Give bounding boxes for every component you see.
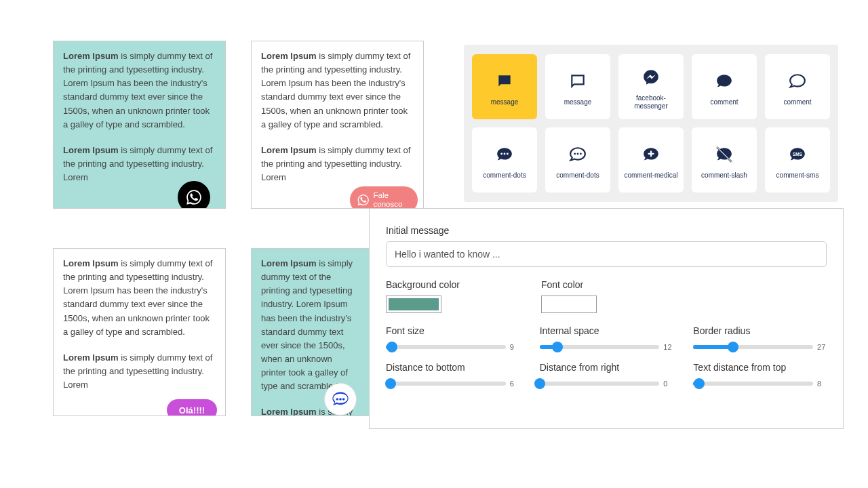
- slider-value: 8: [817, 380, 827, 388]
- slider-value: 9: [510, 343, 519, 351]
- preview-widget-1: Lorem Ipsum is simply dummy text of the …: [53, 41, 226, 209]
- message-icon: [494, 71, 515, 92]
- message-outline-icon: [568, 71, 588, 92]
- icon-tile-facebook-messenger[interactable]: facebook-messenger: [618, 54, 684, 119]
- initial-message-label: Initial message: [386, 225, 827, 236]
- icon-label: comment-slash: [700, 171, 749, 180]
- svg-point-2: [507, 153, 509, 155]
- svg-point-1: [504, 153, 506, 155]
- icon-label: message: [490, 98, 520, 106]
- lorem-bold: Lorem Ipsum: [63, 51, 119, 61]
- icon-label: comment-sms: [775, 171, 821, 180]
- icon-tile-comment-dots-outline[interactable]: comment-dots: [545, 127, 610, 192]
- slider-label: Border radius: [693, 325, 827, 336]
- facebook-messenger-icon: [641, 67, 661, 87]
- icon-tile-comment-slash[interactable]: comment-slash: [692, 127, 757, 192]
- comment-dots-outline-icon: [568, 144, 588, 165]
- comment-slash-icon: [714, 144, 734, 165]
- icon-tile-comment-medical[interactable]: comment-medical: [618, 127, 684, 192]
- svg-point-0: [500, 153, 502, 155]
- comment-icon: [714, 71, 734, 92]
- svg-point-3: [574, 153, 576, 155]
- lorem-text: is simply dummy text of the printing and…: [261, 51, 410, 129]
- preview-widget-3: Lorem Ipsum is simply dummy text of the …: [53, 248, 226, 416]
- icon-tile-comment[interactable]: comment: [692, 54, 757, 119]
- slider-value: 12: [663, 343, 673, 351]
- slider-value: 27: [817, 343, 827, 351]
- slider-label: Internal space: [540, 325, 673, 336]
- lorem-bold: Lorem Ipsum: [261, 145, 317, 155]
- slider-value: 0: [663, 380, 673, 388]
- slider-distance-right[interactable]: Distance from right 0: [540, 362, 673, 388]
- slider-label: Distance from right: [540, 362, 673, 373]
- whatsapp-icon: [185, 188, 203, 206]
- preview-widget-2: Lorem Ipsum is simply dummy text of the …: [251, 41, 424, 209]
- lorem-bold: Lorem Ipsum: [261, 258, 317, 268]
- slider-value: 6: [510, 380, 519, 388]
- slider-label: Distance to bottom: [386, 362, 519, 373]
- icon-label: comment-medical: [623, 171, 679, 180]
- icon-label: message: [563, 98, 593, 106]
- preview-widget-4: Lorem Ipsum is simply dummy text of the …: [251, 248, 370, 416]
- slider-text-distance-top[interactable]: Text distance from top 8: [693, 362, 827, 388]
- svg-point-4: [577, 153, 579, 155]
- initial-message-input[interactable]: [386, 241, 827, 267]
- background-color-swatch[interactable]: [386, 296, 441, 313]
- icon-label: facebook-messenger: [618, 94, 684, 110]
- icon-tile-comment-sms[interactable]: SMScomment-sms: [765, 127, 830, 192]
- icon-label: comment: [782, 98, 812, 106]
- float-button-label: Olá!!!!: [179, 405, 205, 415]
- slider-font-size[interactable]: Font size 9: [386, 325, 519, 351]
- float-button-label: Fale conosco: [373, 191, 411, 208]
- lorem-text: is simply dummy text of the printing and…: [63, 258, 212, 337]
- float-button-comment-dots[interactable]: [324, 383, 357, 415]
- float-button-whatsapp-black[interactable]: [178, 181, 210, 209]
- whatsapp-icon: [357, 192, 370, 208]
- lorem-bold: Lorem Ipsum: [261, 407, 317, 415]
- comment-outline-icon: [787, 71, 808, 92]
- font-color-label: Font color: [541, 279, 597, 290]
- lorem-text: is simply dummy text of the printing and…: [261, 258, 353, 391]
- svg-text:SMS: SMS: [793, 152, 803, 157]
- font-color-inner: [544, 298, 594, 310]
- icon-tile-message-outline[interactable]: message: [545, 54, 610, 119]
- comment-sms-icon: SMS: [787, 144, 808, 165]
- font-color-swatch[interactable]: [541, 296, 597, 313]
- lorem-bold: Lorem Ipsum: [63, 145, 119, 155]
- icon-label: comment-dots: [555, 171, 600, 180]
- settings-panel[interactable]: Initial message Background color Font co…: [369, 208, 844, 429]
- preview-content[interactable]: Lorem Ipsum is simply dummy text of the …: [252, 41, 423, 208]
- icon-tile-comment-dots[interactable]: comment-dots: [472, 127, 537, 192]
- icon-picker: messagemessagefacebook-messengercommentc…: [464, 45, 838, 202]
- float-button-ola[interactable]: Olá!!!!: [167, 399, 217, 416]
- lorem-bold: Lorem Ipsum: [63, 258, 119, 268]
- lorem-bold: Lorem Ipsum: [261, 51, 317, 61]
- background-color-inner: [389, 298, 439, 310]
- slider-border-radius[interactable]: Border radius 27: [693, 325, 827, 351]
- slider-internal-space[interactable]: Internal space 12: [540, 325, 673, 351]
- lorem-bold: Lorem Ipsum: [63, 352, 119, 363]
- icon-tile-message[interactable]: message: [472, 54, 537, 119]
- svg-point-5: [580, 153, 582, 155]
- background-color-label: Background color: [386, 279, 460, 290]
- comment-dots-icon: [331, 390, 350, 409]
- comment-dots-icon: [494, 144, 515, 165]
- lorem-text: is simply dummy text of the printing and…: [63, 51, 212, 129]
- icon-tile-comment-outline[interactable]: comment: [765, 54, 830, 119]
- float-button-fale-conosco[interactable]: Fale conosco: [350, 186, 418, 209]
- slider-label: Text distance from top: [693, 362, 827, 373]
- slider-label: Font size: [386, 325, 519, 336]
- comment-medical-icon: [641, 144, 661, 165]
- icon-label: comment-dots: [481, 171, 527, 180]
- icon-label: comment: [709, 98, 739, 106]
- preview-content[interactable]: Lorem Ipsum is simply dummy text of the …: [54, 249, 225, 415]
- slider-distance-bottom[interactable]: Distance to bottom 6: [386, 362, 519, 388]
